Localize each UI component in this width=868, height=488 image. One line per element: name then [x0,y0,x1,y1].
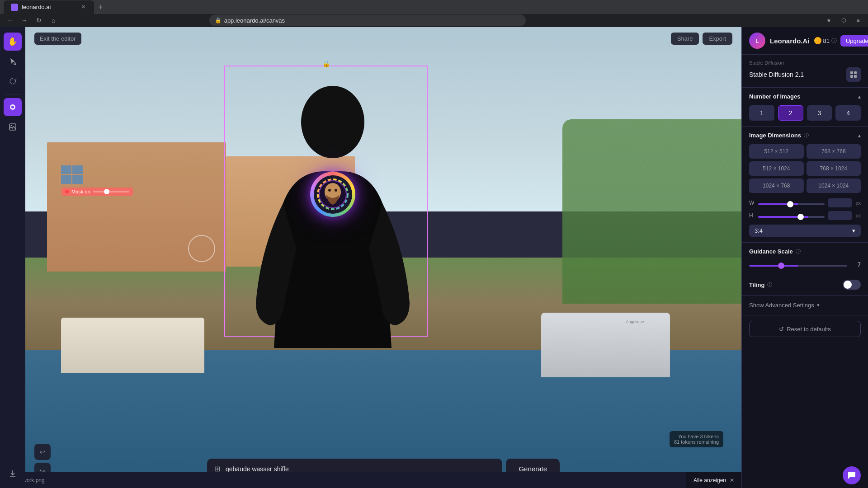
model-selector[interactable]: Stable Diffusion 2.1 [749,67,861,82]
count-1-button[interactable]: 1 [749,105,774,121]
forward-button[interactable]: → [18,14,31,27]
user-avatar: L [749,33,765,49]
tiling-toggle[interactable] [843,280,861,290]
dim-512x1024[interactable]: 512 × 1024 [749,161,804,176]
credits-info-icon[interactable]: ⓘ [831,37,837,45]
aspect-ratio-value: 3:4 [755,227,763,234]
main-layout: ✋ [0,27,868,488]
count-4-button[interactable]: 4 [835,105,861,121]
dim-768x1024[interactable]: 768 × 1024 [807,161,861,176]
model-selector-icon[interactable] [846,67,861,82]
count-3-button[interactable]: 3 [807,105,832,121]
svg-point-5 [301,86,364,158]
extensions-button[interactable]: ⬡ [837,14,850,27]
wh-inputs: W 768 px H 1024 px [749,198,861,220]
guidance-scale-section: Guidance Scale ⓘ 7 [742,243,868,274]
advanced-settings-button[interactable]: Show Advanced Settings ▾ [742,296,868,315]
aspect-ratio-chevron: ▾ [852,227,855,234]
advanced-settings-label: Show Advanced Settings [749,302,814,309]
width-unit: px [855,200,861,206]
image-tool-button[interactable] [4,118,22,136]
dimensions-label-row: Image Dimensions ⓘ [749,132,809,139]
width-value-input[interactable]: 768 [828,198,852,207]
guidance-scale-header: Guidance Scale ⓘ [742,243,868,260]
number-of-images-title: Number of Images [749,93,800,100]
tiling-label-row: Tiling ⓘ [749,282,772,288]
number-of-images-content: 1 2 3 4 [742,105,868,126]
show-all-notifications-button[interactable]: Alle anzeigen ✕ [686,472,741,488]
height-value-input[interactable]: 1024 [828,211,852,220]
guidance-slider[interactable] [749,265,847,267]
upgrade-button[interactable]: Upgrade [840,35,868,47]
width-row: W 768 px [749,198,861,207]
export-button[interactable]: Export [703,33,732,45]
left-toolbar: ✋ [0,27,25,488]
height-label: H [749,212,755,219]
tiling-title: Tiling [749,282,764,288]
mask-dot [65,190,69,193]
reset-defaults-button[interactable]: ↺ Reset to defaults [749,321,861,337]
guidance-info-icon[interactable]: ⓘ [796,248,801,255]
dim-768x768[interactable]: 768 × 768 [807,144,861,159]
count-2-button[interactable]: 2 [778,105,803,121]
home-button[interactable]: ⌂ [47,14,60,27]
active-tab[interactable]: leonardo.ai ✕ [4,0,94,14]
reset-icon: ↺ [779,326,784,333]
width-slider[interactable] [758,203,825,205]
image-dimensions-header[interactable]: Image Dimensions ⓘ ▴ [742,127,868,144]
chat-bubble-button[interactable] [843,466,861,484]
toolbar-separator [5,94,20,94]
boat-right: Angelique [541,313,670,377]
number-of-images-header[interactable]: Number of Images ▴ [742,88,868,105]
width-slider-container [758,199,825,207]
new-tab-button[interactable]: + [94,1,107,14]
mask-size-slider[interactable] [93,191,129,192]
notification-bar: artwork.png [0,472,741,488]
width-label: W [749,200,755,206]
preset-dimensions-grid: 512 × 512 768 × 768 512 × 1024 768 × 102… [749,144,861,193]
model-name: Stable Diffusion 2.1 [749,71,804,78]
tiling-toggle-knob [844,281,852,289]
undo-button[interactable]: ↩ [34,444,51,460]
image-dimensions-content: 512 × 512 768 × 768 512 × 1024 768 × 102… [742,144,868,242]
exit-editor-button[interactable]: Exit the editor [34,33,81,45]
canvas-area[interactable]: Angelique Exit the editor Share Export 🔒 [25,27,741,488]
image-count-grid: 1 2 3 4 [749,105,861,121]
medallion-art [317,178,349,210]
browser-chrome: leonardo.ai ✕ + ← → ↻ ⌂ 🔒 app.leonardo.a… [0,0,868,27]
dim-1024x768[interactable]: 1024 × 768 [749,178,804,193]
share-button[interactable]: Share [671,33,699,45]
back-button[interactable]: ← [4,14,16,27]
hill-right [562,119,741,304]
svg-point-9 [335,189,337,192]
tiling-info-icon[interactable]: ⓘ [767,282,772,288]
dim-512x512[interactable]: 512 × 512 [749,144,804,159]
address-bar[interactable]: 🔒 app.leonardo.ai/canvas [209,14,526,26]
download-tool-button[interactable] [4,465,22,483]
notification-close-button[interactable]: ✕ [730,477,734,483]
tab-close-button[interactable]: ✕ [80,4,87,11]
brush-tool-button[interactable] [4,98,22,116]
number-of-images-chevron: ▴ [858,94,861,100]
tab-favicon [11,4,18,11]
mask-slider-thumb [104,189,109,194]
image-dimensions-chevron: ▴ [858,132,861,139]
dim-1024x1024[interactable]: 1024 × 1024 [807,178,861,193]
star-button[interactable]: ★ [823,14,835,27]
select-tool-button[interactable] [4,52,22,70]
menu-button[interactable]: ≡ [852,14,864,27]
svg-point-4 [11,125,12,127]
token-info: You have 3 tokens 81 tokens remaining [670,431,723,447]
height-slider[interactable] [758,216,825,218]
show-all-label: Alle anzeigen [693,477,726,483]
refresh-button[interactable]: ↻ [33,14,45,27]
dimensions-info-icon[interactable]: ⓘ [804,132,809,139]
tab-bar: leonardo.ai ✕ + [0,0,868,14]
guidance-row: 7 [749,260,861,268]
guidance-value: 7 [852,261,861,268]
hand-tool-button[interactable]: ✋ [4,33,22,51]
aspect-ratio-selector[interactable]: 3:4 ▾ [749,225,861,237]
lasso-tool-button[interactable] [4,72,22,90]
height-row: H 1024 px [749,211,861,220]
reset-label: Reset to defaults [787,326,831,333]
